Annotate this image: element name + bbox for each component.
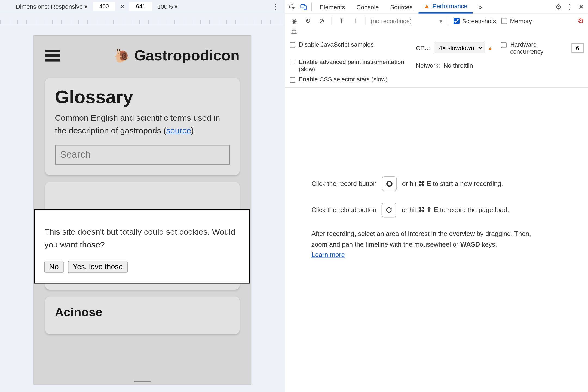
drawer-handle[interactable]: [134, 381, 151, 382]
tabs-overflow-icon[interactable]: »: [473, 1, 487, 13]
cookie-no-button[interactable]: No: [44, 261, 63, 273]
inspect-element-icon[interactable]: [287, 3, 297, 10]
perf-empty-state: Click the record button or hit ⌘ E to st…: [285, 88, 588, 392]
cookie-yes-button[interactable]: Yes, love those: [68, 261, 128, 273]
tab-sources[interactable]: Sources: [385, 1, 418, 13]
reload-button[interactable]: [382, 202, 396, 217]
record-button[interactable]: [382, 176, 397, 191]
hamburger-icon[interactable]: [45, 50, 60, 61]
enable-paint-instr-checkbox[interactable]: Enable advanced paint instrumentation (s…: [290, 58, 407, 72]
enable-css-selector-checkbox[interactable]: Enable CSS selector stats (slow): [290, 76, 407, 83]
app-title-text: Gastropodicon: [134, 47, 240, 64]
cookie-dialog-text: This site doesn't but totally could set …: [44, 226, 240, 251]
entry-term: Acinose: [55, 305, 230, 319]
viewport-height-input[interactable]: [129, 2, 152, 11]
upload-icon[interactable]: ⤒: [337, 17, 346, 25]
perf-toolbar: ◉ ↻ ⊘ ⤒ ⤓ (no recordings) ▾ Screenshots …: [285, 14, 588, 27]
reload-icon[interactable]: ↻: [304, 17, 312, 25]
toggle-device-icon[interactable]: [298, 3, 309, 10]
close-icon[interactable]: ✕: [576, 3, 586, 11]
devtools-tabbar: Elements Console Sources ▲ Performance »…: [285, 0, 588, 14]
search-input[interactable]: [55, 145, 230, 165]
ruler: [0, 13, 285, 24]
app-header: 🐌 Gastropodicon: [34, 36, 251, 71]
tab-console[interactable]: Console: [351, 1, 384, 13]
download-icon[interactable]: ⤓: [351, 17, 360, 25]
devtools-more-icon[interactable]: ⋮: [565, 3, 575, 11]
viewport-container: 🐌 Gastropodicon Glossary Common English …: [0, 24, 285, 392]
zoom-dropdown[interactable]: 100%: [157, 3, 178, 10]
glossary-entry-card: Acinose: [45, 297, 240, 334]
device-toolbar-more-icon[interactable]: ⋮: [272, 2, 282, 11]
hardware-concurrency-input[interactable]: [571, 43, 584, 53]
perf-settings-gear-icon[interactable]: ⚙: [578, 17, 584, 25]
memory-checkbox[interactable]: Memory: [501, 17, 532, 24]
network-throttle-field: Network: No throttlin: [416, 58, 584, 72]
cookie-dialog: This site doesn't but totally could set …: [34, 209, 250, 283]
perf-settings-panel: Disable JavaScript samples CPU: 4× slowd…: [285, 38, 588, 88]
viewport-width-input[interactable]: [93, 2, 115, 11]
svg-rect-2: [304, 6, 306, 10]
cpu-throttle-field: CPU: 4× slowdown ▲: [416, 43, 492, 53]
settings-gear-icon[interactable]: ⚙: [553, 3, 564, 11]
dimensions-dropdown[interactable]: Dimensions: Responsive: [16, 3, 88, 10]
perf-record-hint: Click the record button or hit ⌘ E to st…: [311, 176, 503, 191]
clear-icon[interactable]: ⊘: [317, 17, 326, 25]
perf-reload-hint: Click the reload button or hit ⌘ ⇧ E to …: [311, 202, 509, 217]
tab-performance[interactable]: ▲ Performance: [419, 0, 473, 14]
device-toolbar: Dimensions: Responsive × 100% ⋮: [0, 0, 285, 13]
recordings-dropdown[interactable]: (no recordings) ▾: [371, 17, 443, 24]
network-throttle-value[interactable]: No throttlin: [443, 62, 473, 69]
glossary-card: Glossary Common English and scientific t…: [45, 78, 240, 175]
perf-toolbar-row2: [285, 27, 588, 38]
snail-icon: 🐌: [114, 48, 130, 63]
chevron-down-icon: ▾: [439, 17, 442, 24]
glossary-source-link[interactable]: source: [166, 126, 191, 135]
app-title: 🐌 Gastropodicon: [114, 47, 240, 64]
learn-more-link[interactable]: Learn more: [311, 251, 345, 258]
collect-garbage-icon[interactable]: [290, 27, 298, 36]
glossary-heading: Glossary: [55, 87, 230, 108]
warning-icon: ▲: [488, 45, 492, 50]
dimensions-times: ×: [121, 3, 124, 10]
device-emulation-pane: Dimensions: Responsive × 100% ⋮ 🐌 Gastro…: [0, 0, 285, 392]
record-icon[interactable]: ◉: [290, 17, 298, 25]
hardware-concurrency-checkbox[interactable]: Hardware concurrency: [501, 41, 563, 55]
tab-elements[interactable]: Elements: [314, 1, 350, 13]
cpu-throttle-select[interactable]: 4× slowdown: [434, 43, 485, 53]
emulated-viewport: 🐌 Gastropodicon Glossary Common English …: [34, 36, 251, 384]
disable-js-samples-checkbox[interactable]: Disable JavaScript samples: [290, 41, 407, 55]
glossary-desc: Common English and scientific terms used…: [55, 112, 230, 137]
devtools-panel: Elements Console Sources ▲ Performance »…: [285, 0, 588, 392]
warning-icon: ▲: [424, 3, 430, 10]
perf-instructions: After recording, select an area of inter…: [311, 228, 547, 260]
screenshots-checkbox[interactable]: Screenshots: [454, 17, 496, 24]
